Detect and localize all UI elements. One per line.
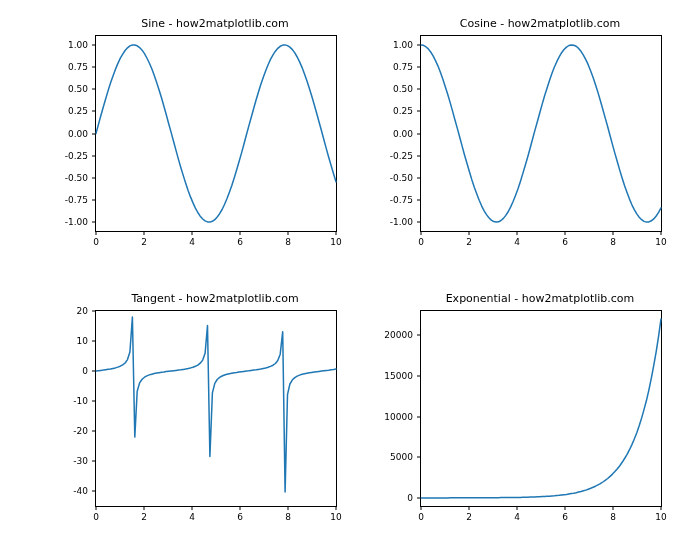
y-tick-label: -0.75 bbox=[363, 195, 413, 205]
y-tick-label: 0.00 bbox=[363, 129, 413, 139]
y-tick-label: 0.50 bbox=[38, 84, 88, 94]
x-tick-label: 8 bbox=[610, 237, 616, 247]
x-tick-label: 0 bbox=[418, 237, 424, 247]
x-tick-label: 2 bbox=[466, 512, 472, 522]
axes-box: 0246810 -40-30-20-1001020 bbox=[95, 310, 337, 507]
plot-area bbox=[421, 36, 661, 231]
y-tick-label: 1.00 bbox=[363, 40, 413, 50]
y-tick-label: 0 bbox=[363, 493, 413, 503]
y-tick-label: 0.00 bbox=[38, 129, 88, 139]
y-tick-label: -0.25 bbox=[38, 151, 88, 161]
y-tick-label: 1.00 bbox=[38, 40, 88, 50]
subplot-exponential: Exponential - how2matplotlib.com 0246810… bbox=[420, 310, 660, 505]
x-tick-label: 8 bbox=[610, 512, 616, 522]
x-tick-label: 2 bbox=[466, 237, 472, 247]
y-tick-label: 15000 bbox=[363, 371, 413, 381]
y-tick-label: 0.25 bbox=[38, 106, 88, 116]
x-tick-label: 6 bbox=[237, 512, 243, 522]
y-tick-label: -30 bbox=[38, 456, 88, 466]
tangent-curve bbox=[96, 317, 336, 492]
axes-box: 0246810 -1.00-0.75-0.50-0.250.000.250.50… bbox=[420, 35, 662, 232]
plot-area bbox=[96, 311, 336, 506]
y-tick-label: 0.75 bbox=[363, 62, 413, 72]
y-tick-label: 10000 bbox=[363, 412, 413, 422]
subplot-cosine: Cosine - how2matplotlib.com 0246810 -1.0… bbox=[420, 35, 660, 230]
x-tick-label: 6 bbox=[562, 512, 568, 522]
x-tick-label: 10 bbox=[330, 512, 341, 522]
y-tick-label: 0.75 bbox=[38, 62, 88, 72]
x-tick-label: 4 bbox=[189, 237, 195, 247]
y-tick-label: -10 bbox=[38, 396, 88, 406]
axes-box: 0246810 -1.00-0.75-0.50-0.250.000.250.50… bbox=[95, 35, 337, 232]
cosine-curve bbox=[421, 45, 661, 222]
x-tick-label: 0 bbox=[418, 512, 424, 522]
chart-title: Exponential - how2matplotlib.com bbox=[420, 292, 660, 305]
y-tick-label: 5000 bbox=[363, 452, 413, 462]
x-tick-label: 4 bbox=[514, 512, 520, 522]
y-tick-label: -1.00 bbox=[38, 217, 88, 227]
y-tick-label: -20 bbox=[38, 426, 88, 436]
chart-title: Sine - how2matplotlib.com bbox=[95, 17, 335, 30]
y-tick-label: 0.25 bbox=[363, 106, 413, 116]
x-tick-label: 2 bbox=[141, 237, 147, 247]
plot-area bbox=[421, 311, 661, 506]
y-tick-label: 0.50 bbox=[363, 84, 413, 94]
x-tick-label: 0 bbox=[93, 512, 99, 522]
x-tick-label: 0 bbox=[93, 237, 99, 247]
x-tick-label: 10 bbox=[655, 512, 666, 522]
y-tick-label: -0.25 bbox=[363, 151, 413, 161]
y-tick-label: 10 bbox=[38, 336, 88, 346]
x-tick-label: 4 bbox=[514, 237, 520, 247]
sine-curve bbox=[96, 45, 336, 222]
y-tick-label: -0.50 bbox=[38, 173, 88, 183]
axes-box: 0246810 05000100001500020000 bbox=[420, 310, 662, 507]
y-tick-label: -40 bbox=[38, 486, 88, 496]
y-tick-label: 20 bbox=[38, 306, 88, 316]
x-tick-label: 6 bbox=[237, 237, 243, 247]
figure: Sine - how2matplotlib.com 0246810 -1.00-… bbox=[0, 0, 700, 560]
y-tick-label: -1.00 bbox=[363, 217, 413, 227]
x-tick-label: 8 bbox=[285, 237, 291, 247]
x-tick-label: 4 bbox=[189, 512, 195, 522]
subplot-tangent: Tangent - how2matplotlib.com 0246810 -40… bbox=[95, 310, 335, 505]
x-tick-label: 10 bbox=[655, 237, 666, 247]
y-tick-label: 0 bbox=[38, 366, 88, 376]
y-tick-label: -0.75 bbox=[38, 195, 88, 205]
chart-title: Tangent - how2matplotlib.com bbox=[95, 292, 335, 305]
plot-area bbox=[96, 36, 336, 231]
x-tick-label: 6 bbox=[562, 237, 568, 247]
chart-title: Cosine - how2matplotlib.com bbox=[420, 17, 660, 30]
subplot-sine: Sine - how2matplotlib.com 0246810 -1.00-… bbox=[95, 35, 335, 230]
x-tick-label: 2 bbox=[141, 512, 147, 522]
x-tick-label: 8 bbox=[285, 512, 291, 522]
y-tick-label: 20000 bbox=[363, 330, 413, 340]
exponential-curve bbox=[421, 319, 661, 498]
x-tick-label: 10 bbox=[330, 237, 341, 247]
y-tick-label: -0.50 bbox=[363, 173, 413, 183]
